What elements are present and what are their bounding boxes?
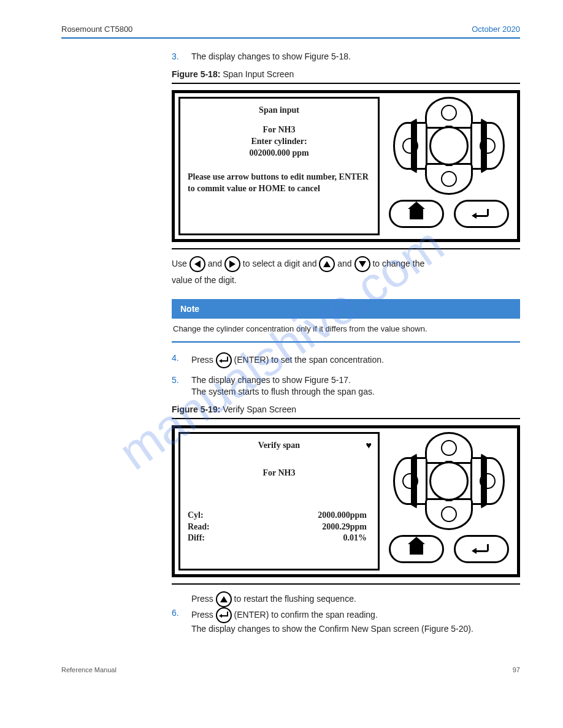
device-controls — [385, 97, 513, 235]
step-4: 4. Press (ENTER) to set the span concent… — [172, 352, 520, 368]
diff-label: Diff: — [188, 533, 210, 544]
instr-text: and — [337, 259, 354, 268]
figure-rule-top — [172, 418, 520, 419]
arrow-up-icon — [319, 256, 335, 272]
home-button[interactable] — [389, 535, 444, 563]
diff-value: 0.01% — [318, 533, 367, 544]
arrow-left-icon — [402, 473, 418, 489]
enter-icon — [473, 209, 490, 219]
step-text: Press (ENTER) to confirm the span readin… — [191, 607, 473, 635]
figure-number: Figure 5-19: — [172, 404, 220, 414]
dpad — [391, 432, 507, 530]
footer-right: 97 — [513, 666, 520, 673]
note-title: Note — [172, 299, 520, 319]
device-simulation-1: Span input For NH3 Enter cylinder: 00200… — [172, 90, 520, 242]
dpad-center[interactable] — [429, 126, 469, 165]
enter-button[interactable] — [454, 200, 509, 228]
dpad-left[interactable] — [393, 457, 427, 505]
step-number: 4. — [172, 352, 183, 368]
step-3: 3. The display changes to show Figure 5-… — [172, 51, 520, 63]
dpad-down[interactable] — [425, 498, 473, 530]
figure-rule-bottom — [172, 248, 520, 249]
page-header: Rosemount CT5800 October 2020 — [61, 25, 520, 34]
instr-text: to select a digit and — [243, 259, 320, 268]
figure-2-caption: Figure 5-19: Verify Span Screen — [172, 404, 520, 414]
home-button[interactable] — [389, 200, 444, 228]
device-screen-verify-span: ♥ Verify span For NH3 Cyl: Read: Diff: 2… — [178, 432, 380, 571]
screen-for: For NH3 — [188, 124, 370, 136]
figure-rule-top — [172, 83, 520, 84]
device-controls — [385, 432, 513, 571]
instr-text: Use — [172, 259, 190, 268]
screen-for: For NH3 — [188, 468, 370, 479]
figure-caption-text: Verify Span Screen — [223, 404, 296, 414]
figure-1-caption: Figure 5-18: Span Input Screen — [172, 69, 520, 79]
enter-button[interactable] — [454, 535, 509, 563]
arrow-left-icon — [190, 256, 205, 272]
device-screen-span-input: Span input For NH3 Enter cylinder: 00200… — [178, 97, 380, 235]
dpad-right[interactable] — [470, 122, 505, 170]
instr-text: and — [208, 259, 224, 268]
instr-text: to change the — [372, 259, 424, 268]
device-simulation-2: ♥ Verify span For NH3 Cyl: Read: Diff: 2… — [172, 425, 520, 577]
arrow-left-icon — [402, 138, 418, 154]
arrow-instruction: Use and to select a digit and and to cha… — [172, 256, 520, 289]
home-icon — [410, 544, 423, 555]
data-rows: Cyl: Read: Diff: 2000.000ppm 2000.29ppm … — [188, 510, 370, 545]
dpad-up[interactable] — [425, 432, 473, 464]
screen-value: 002000.000 ppm — [188, 148, 370, 159]
step-number: 6. — [172, 607, 183, 635]
header-right: October 2020 — [472, 25, 520, 34]
step-text: The display changes to show Figure 5-18. — [191, 51, 351, 63]
note-text: Change the cylinder concentration only i… — [172, 317, 520, 342]
dpad-down[interactable] — [425, 163, 473, 195]
screen-enter-label: Enter cylinder: — [188, 136, 370, 148]
cyl-value: 2000.000ppm — [318, 510, 367, 521]
figure-caption-text: Span Input Screen — [223, 69, 294, 79]
page-footer: Reference Manual 97 — [61, 666, 520, 673]
enter-icon — [216, 607, 232, 623]
dpad-right[interactable] — [470, 457, 505, 505]
arrow-right-icon — [480, 473, 496, 489]
step5-restart: Press to restart the flushing sequence. — [191, 591, 520, 607]
screen-title: Verify span — [188, 440, 370, 452]
heart-icon: ♥ — [366, 439, 372, 452]
step-text: Press (ENTER) to set the span concentrat… — [191, 352, 384, 368]
dpad-up[interactable] — [425, 97, 473, 129]
arrow-down-icon — [354, 256, 370, 272]
figure-number: Figure 5-18: — [172, 69, 220, 79]
step-number: 5. — [172, 374, 183, 398]
screen-instruction: Please use arrow buttons to edit number,… — [188, 172, 370, 195]
dpad-center[interactable] — [429, 461, 469, 501]
step-text: The display changes to show Figure 5-17.… — [191, 374, 375, 398]
arrow-right-icon — [480, 138, 496, 154]
arrow-up-icon — [441, 440, 457, 456]
arrow-right-icon — [224, 256, 240, 272]
figure-rule-bottom — [172, 583, 520, 585]
header-left: Rosemount CT5800 — [61, 25, 132, 34]
cyl-label: Cyl: — [188, 510, 210, 521]
instr-text: value of the digit. — [172, 272, 520, 289]
bottom-buttons — [385, 200, 513, 228]
dpad-left[interactable] — [393, 122, 427, 170]
read-label: Read: — [188, 521, 210, 533]
header-rule — [61, 37, 520, 39]
read-value: 2000.29ppm — [318, 521, 367, 533]
enter-icon — [473, 544, 490, 554]
arrow-down-icon — [441, 506, 457, 522]
dpad — [391, 97, 507, 195]
arrow-up-icon — [441, 105, 457, 121]
enter-icon — [216, 352, 232, 368]
footer-left: Reference Manual — [61, 666, 117, 673]
step-6: 6. Press (ENTER) to confirm the span rea… — [172, 607, 520, 635]
screen-title: Span input — [188, 105, 370, 116]
step-5: 5. The display changes to show Figure 5-… — [172, 374, 520, 398]
arrow-up-icon — [216, 591, 232, 607]
bottom-buttons — [385, 535, 513, 563]
step-number: 3. — [172, 51, 183, 63]
arrow-down-icon — [441, 171, 457, 187]
home-icon — [410, 208, 423, 219]
